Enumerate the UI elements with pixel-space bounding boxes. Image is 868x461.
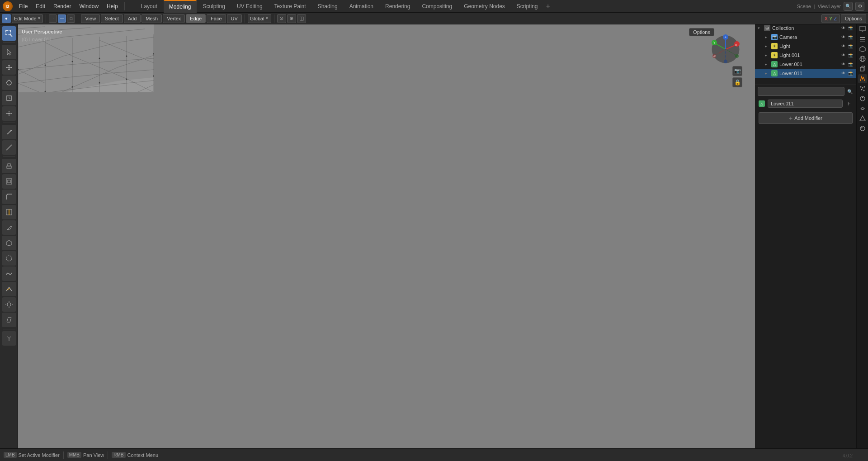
mirror-icon[interactable]: ◫ [297,14,306,23]
edge-menu[interactable]: Edge [186,14,206,23]
menu-help[interactable]: Help [103,2,122,11]
light001-eye-icon[interactable]: 👁 [840,52,846,58]
visibility-eye-icon[interactable]: 👁 [840,25,846,31]
mesh-menu[interactable]: Mesh [142,14,162,23]
prop-tab-particles[interactable] [858,84,867,93]
tool-transform[interactable] [2,106,16,121]
prop-tab-world[interactable] [858,54,867,63]
camera-render-icon[interactable]: 📸 [847,34,854,40]
tool-rotate[interactable] [2,76,16,90]
lower001-expand-arrow[interactable]: ▸ [765,62,769,67]
tool-bevel[interactable] [2,190,16,204]
outliner-item-light001[interactable]: ▸ ☀ Light.001 👁 📸 [755,51,856,60]
workspace-scripting[interactable]: Scripting [511,0,543,13]
add-menu[interactable]: Add [124,14,141,23]
blender-logo[interactable]: B [3,1,13,11]
visibility-render-icon[interactable]: 📸 [847,25,854,31]
prop-tab-object[interactable] [858,64,867,73]
tool-loop-cut[interactable] [2,205,16,219]
edge-select-mode[interactable]: — [58,14,66,23]
tool-knife[interactable] [2,220,16,235]
menu-file[interactable]: File [15,2,31,11]
tool-smooth[interactable] [2,266,16,281]
lower001-render-icon[interactable]: 📸 [847,61,854,67]
outliner-item-collection[interactable]: ▾ ⊞ Collection 👁 📸 [755,24,856,33]
prop-tab-output[interactable] [858,24,867,33]
light001-render-icon[interactable]: 📸 [847,52,854,58]
search-topbar[interactable]: 🔍 [844,2,853,11]
workspace-geometry-nodes[interactable]: Geometry Nodes [458,0,510,13]
prop-tab-material[interactable] [858,124,867,133]
workspace-shading[interactable]: Shading [312,0,343,13]
workspace-texture-paint[interactable]: Texture Paint [269,0,311,13]
viewport[interactable]: User Perspective (0) Lower.011 Options X… [18,24,755,448]
tool-poly-build[interactable] [2,236,16,250]
select-menu[interactable]: Select [101,14,123,23]
outliner-item-camera[interactable]: ▸ 📷 Camera 👁 📸 [755,33,856,42]
uv-menu[interactable]: UV [227,14,242,23]
tool-scale[interactable] [2,91,16,105]
settings-icon[interactable]: ⚙ [855,2,864,11]
prop-tab-data[interactable] [858,114,867,123]
menu-edit[interactable]: Edit [32,2,49,11]
object-name-input[interactable] [768,100,843,108]
workspace-layout[interactable]: Layout [136,0,163,13]
mode-dropdown[interactable]: Edit Mode ▼ [12,14,43,23]
outliner-item-lower001[interactable]: ▸ △ Lower.001 👁 📸 [755,60,856,69]
lock-view-icon[interactable]: 🔒 [732,77,742,87]
lower011-render-icon[interactable]: 📸 [847,70,854,76]
prop-tab-modifier[interactable] [858,74,867,83]
add-modifier-button[interactable]: + Add Modifier [759,112,853,124]
prop-tab-physics[interactable] [858,94,867,103]
light-eye-icon[interactable]: 👁 [840,43,846,49]
add-workspace-button[interactable]: + [546,2,550,10]
camera-view-icon[interactable]: 📷 [732,66,742,76]
light-render-icon[interactable]: 📸 [847,43,854,49]
tool-measure[interactable] [2,140,16,155]
light-expand-arrow[interactable]: ▸ [765,44,769,48]
menu-render[interactable]: Render [50,2,75,11]
camera-expand-arrow[interactable]: ▸ [765,35,769,39]
tool-inset-faces[interactable] [2,174,16,189]
proportional-edit-icon[interactable]: ⊙ [277,14,286,23]
axis-gizmo[interactable]: X Y Z -X [710,33,741,67]
workspace-animation[interactable]: Animation [344,0,379,13]
view-menu[interactable]: View [81,14,100,23]
lower011-expand-arrow[interactable]: ▸ [765,71,769,76]
tool-select[interactable] [2,26,16,41]
properties-search-input[interactable] [758,87,844,96]
outliner-item-lower011[interactable]: ▸ △ Lower.011 👁 📸 [755,69,856,78]
transform-dropdown[interactable]: Global ▼ [248,14,271,23]
options-btn[interactable]: Options [841,14,866,23]
tool-spin[interactable] [2,251,16,266]
collection-expand-arrow[interactable]: ▾ [758,26,762,30]
workspace-compositing[interactable]: Compositing [416,0,458,13]
tool-shrink-fatten[interactable] [2,297,16,312]
tool-annotate[interactable] [2,125,16,139]
tool-move[interactable] [2,60,16,75]
tool-rip-vertices[interactable] [2,331,16,346]
prop-tab-scene[interactable] [858,44,867,53]
tool-edge-slide[interactable] [2,282,16,296]
camera-eye-icon[interactable]: 👁 [840,34,846,40]
workspace-uv-editing[interactable]: UV Editing [231,0,268,13]
workspace-sculpting[interactable]: Sculpting [198,0,231,13]
workspace-rendering[interactable]: Rendering [380,0,415,13]
workspace-modeling[interactable]: Modeling [164,0,197,13]
fake-user-icon[interactable]: F [845,100,853,107]
face-menu[interactable]: Face [207,14,226,23]
face-select-mode[interactable]: □ [67,14,75,23]
lower001-eye-icon[interactable]: 👁 [840,61,846,67]
outliner-item-light[interactable]: ▸ ☀ Light 👁 📸 [755,42,856,51]
tool-shear[interactable] [2,313,16,327]
tool-extrude[interactable] [2,159,16,173]
vertex-select-mode[interactable]: · [49,14,57,23]
menu-window[interactable]: Window [75,2,102,11]
snap-icon[interactable]: ⊕ [287,14,296,23]
light001-expand-arrow[interactable]: ▸ [765,53,769,57]
tool-cursor[interactable] [2,45,16,59]
vertex-menu[interactable]: Vertex [163,14,185,23]
lower011-eye-icon[interactable]: 👁 [840,70,846,76]
prop-tab-viewlayer[interactable] [858,34,867,43]
prop-tab-constraints[interactable] [858,104,867,113]
